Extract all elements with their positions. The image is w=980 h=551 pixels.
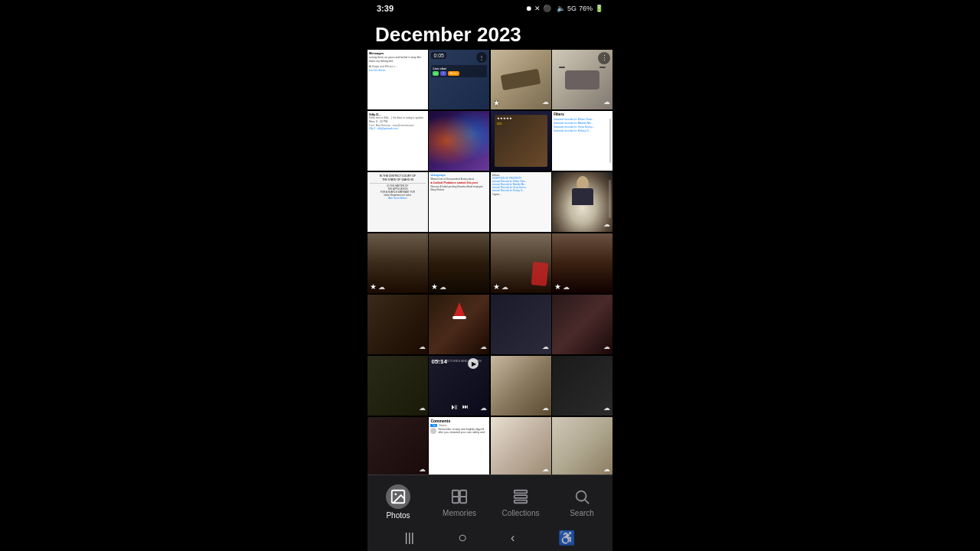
close-icon: ✕ [534,5,541,12]
nav-accessibility-btn[interactable]: ♿ [558,530,575,546]
grid-cell-6[interactable] [429,111,489,171]
grid-cell-14[interactable]: ★ ☁ [429,233,489,293]
grid-cell-24[interactable]: ☁ [552,356,612,416]
nav-home-btn[interactable]: ○ [458,529,467,546]
photo-grid-row3: IN THE DISTRICT COURT OF THE STATE OF ID… [368,172,612,233]
grid-cell-25[interactable]: ☁ [368,417,428,474]
grid-cell-20[interactable]: ☁ [552,295,612,354]
battery-icon: 🔋 [595,5,603,12]
cloud-18: ☁ [480,338,487,352]
grid-cell-8[interactable]: Filters financial records for Ethan Chan… [552,111,612,171]
nav-bar: ||| ○ ‹ ♿ [368,524,612,551]
cloud-19: ☁ [542,338,549,352]
nav-back-btn[interactable]: ‹ [511,531,514,545]
tab-search-label: Search [570,509,594,517]
photos-icon [386,484,410,509]
overlay-15: ★ ☁ [493,282,508,291]
more-btn-4[interactable]: ⋮ [598,52,610,64]
grid-cell-15[interactable]: ★ ☁ [491,233,551,293]
cell-overlay-3: ★ [493,99,500,107]
cloud-24: ☁ [603,399,610,413]
svg-rect-4 [452,497,459,503]
volume-icon: 🔈 [557,5,565,12]
status-bar: 3:39 ⏺ ✕ ⚫ 🔈 5G 76% 🔋 [368,0,612,17]
record-icon: ⏺ [525,5,532,12]
overlay-16: ★ ☁ [554,282,570,291]
overlay-14: ★ ☁ [431,282,446,291]
cloud-17: ☁ [419,338,426,352]
cloud-21: ☁ [419,399,426,413]
tab-collections[interactable]: Collections [490,487,551,517]
tabs: Photos Memories [368,475,612,524]
grid-cell-26[interactable]: Comments Top Newest Remember to stay and… [429,417,489,474]
cloud-27: ☁ [542,461,549,474]
cloud-23: ☁ [542,399,549,413]
grid-cell-18[interactable]: ☁ [429,295,489,354]
grid-cell-3[interactable]: ★ ☁ [491,50,551,109]
grid-cell-10[interactable]: changemyv Women lost in Uncorporated: A … [429,172,489,232]
grid-cell-16[interactable]: ★ ☁ [552,233,612,293]
cloud-3: ☁ [542,93,549,107]
collections-icon [511,487,531,507]
grid-cell-19[interactable]: ☁ [491,295,551,354]
tab-bar: Photos Memories [368,474,612,551]
photo-grid-row4: ★ ☁ ★ ☁ ★ ☁ [368,233,612,295]
overlay-13: ★ ☁ [370,282,385,291]
tab-photos[interactable]: Photos [368,484,429,520]
svg-point-9 [577,491,586,501]
svg-rect-5 [460,497,466,503]
status-time: 3:39 [377,4,394,13]
battery-percent: 76% [579,5,593,12]
cloud-28: ☁ [603,461,610,474]
cloud-26: ☁ [480,461,487,474]
duration-badge-2: 0:05 [431,52,446,59]
more-options-icon[interactable]: ⋮ [479,54,485,61]
grid-cell-5[interactable]: Silly D... Hello this is Sills... | hit … [368,111,428,171]
photo-grid-row6: ☁ SIDE PICTURES AND ERRORS 05:14 ▶ ⏯ ⏭ [368,356,612,417]
tab-memories-label: Memories [443,509,476,517]
grid-cell-2[interactable]: 0:05 ⋮ Live chat ● 7 Marino [429,50,489,109]
photo-grid-row5: ☁ ☁ ☁ ☁ [368,295,612,356]
cloud-25: ☁ [419,461,426,474]
tab-collections-label: Collections [502,509,540,517]
tab-photos-label: Photos [386,511,410,520]
grid-cell-21[interactable]: ☁ [368,356,428,416]
tab-search[interactable]: Search [551,487,612,517]
play-icon-22: ▶ [468,358,479,369]
search-icon [572,487,592,507]
grid-cell-13[interactable]: ★ ☁ [368,233,428,293]
photo-grid-row1: Messages seeing them on yours and lacher… [368,50,612,111]
grid-cell-23[interactable]: ☁ [491,356,551,416]
nav-menu-btn[interactable]: ||| [405,531,414,545]
grid-cell-4[interactable]: ⋮ ☁ [552,50,612,109]
svg-rect-2 [452,491,459,497]
svg-rect-6 [514,491,528,494]
cloud-20: ☁ [603,338,610,352]
grid-cell-12[interactable]: ☁ [552,172,612,232]
grid-cell-28[interactable]: ☁ [552,417,612,474]
grid-cell-1[interactable]: Messages seeing them on yours and lacher… [368,50,428,109]
svg-rect-7 [514,495,528,498]
photos-area[interactable]: December 2023 Messages seeing them on yo… [368,17,612,474]
grid-cell-11[interactable]: follows: SCRIPTION OF PROPERTY inancial … [491,172,551,232]
photo-grid-row7: ☁ Comments Top Newest Remember to stay a… [368,417,612,474]
tab-memories[interactable]: Memories [429,487,490,517]
month-header: December 2023 [368,17,612,50]
cloud-4: ☁ [603,93,610,107]
grid-cell-17[interactable]: ☁ [368,295,428,354]
svg-point-1 [394,494,397,496]
memories-icon [449,487,469,507]
star-3: ★ [493,99,500,107]
svg-rect-8 [514,500,528,504]
status-icons: ⏺ ✕ ⚫ 🔈 5G 76% 🔋 [525,5,603,12]
grid-cell-22[interactable]: SIDE PICTURES AND ERRORS 05:14 ▶ ⏯ ⏭ ☁ [429,356,489,416]
grid-cell-27[interactable]: ☁ [491,417,551,474]
grid-cell-9[interactable]: IN THE DISTRICT COURT OF THE STATE OF ID… [368,172,428,232]
photo-grid-row2: Silly D... Hello this is Sills... | hit … [368,111,612,172]
svg-rect-3 [460,491,466,497]
svg-line-10 [585,500,589,504]
dot-icon: ⚫ [543,5,551,12]
phone-screen: 3:39 ⏺ ✕ ⚫ 🔈 5G 76% 🔋 December 2023 Mess… [368,0,612,551]
grid-cell-7[interactable]: ★★★★★ 1835 [491,111,551,171]
cloud-22: ☁ [480,399,487,413]
